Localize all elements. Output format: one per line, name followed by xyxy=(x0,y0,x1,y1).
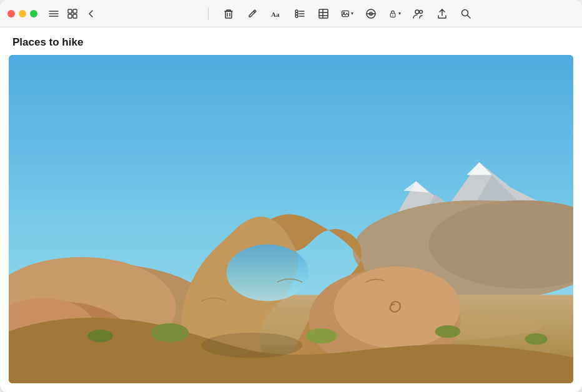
delete-button[interactable] xyxy=(222,7,235,20)
svg-point-50 xyxy=(435,325,460,338)
share-button[interactable] xyxy=(436,7,448,20)
svg-point-43 xyxy=(227,244,309,301)
grid-view-button[interactable] xyxy=(66,7,79,20)
media-button[interactable]: ▾ xyxy=(341,7,353,20)
svg-text:Aa: Aa xyxy=(271,11,280,18)
svg-point-51 xyxy=(87,330,112,342)
separator-1 xyxy=(208,7,209,20)
traffic-lights xyxy=(7,10,37,17)
text-format-button[interactable]: Aa xyxy=(270,7,282,20)
lock-dropdown-chevron: ▾ xyxy=(398,11,401,16)
svg-point-16 xyxy=(295,15,298,17)
note-title: Places to hike xyxy=(0,27,582,55)
close-button[interactable] xyxy=(7,10,15,17)
svg-rect-3 xyxy=(68,9,72,13)
svg-line-10 xyxy=(254,11,255,12)
svg-point-49 xyxy=(305,328,337,343)
maximize-button[interactable] xyxy=(30,10,37,17)
search-button[interactable] xyxy=(460,7,472,20)
compose-button[interactable] xyxy=(246,7,259,20)
checklist-button[interactable] xyxy=(293,7,306,20)
svg-point-27 xyxy=(392,14,393,16)
lock-button[interactable]: ▾ xyxy=(388,7,401,20)
toolbar-center: Aa xyxy=(102,7,575,20)
svg-point-23 xyxy=(343,12,344,13)
media-dropdown-chevron: ▾ xyxy=(351,11,353,16)
toolbar-left xyxy=(47,7,97,20)
svg-point-48 xyxy=(150,323,189,342)
svg-point-52 xyxy=(525,333,547,345)
svg-point-29 xyxy=(419,10,422,13)
svg-point-28 xyxy=(415,10,419,14)
svg-line-31 xyxy=(467,15,470,18)
svg-rect-4 xyxy=(73,9,77,13)
svg-rect-7 xyxy=(225,11,232,18)
note-image-area xyxy=(0,55,582,392)
app-window: Aa xyxy=(0,0,582,392)
svg-rect-22 xyxy=(342,11,348,16)
svg-rect-18 xyxy=(319,9,328,18)
svg-rect-5 xyxy=(68,14,72,18)
list-view-button[interactable] xyxy=(47,7,60,20)
collaborate-button[interactable] xyxy=(412,7,425,20)
back-button[interactable] xyxy=(85,7,97,20)
note-content: Places to hike xyxy=(0,27,582,392)
svg-rect-6 xyxy=(73,14,77,18)
link-button[interactable] xyxy=(365,7,377,20)
titlebar: Aa xyxy=(0,0,582,27)
svg-point-53 xyxy=(201,333,302,358)
note-image xyxy=(9,55,573,383)
minimize-button[interactable] xyxy=(19,10,26,17)
table-button[interactable] xyxy=(317,7,330,20)
